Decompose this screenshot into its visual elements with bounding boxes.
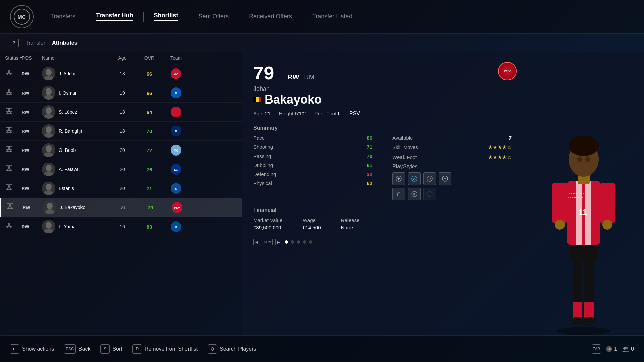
- scout-icon: [5, 107, 22, 117]
- stat-passing: Passing 70: [253, 153, 372, 159]
- player-pos: RW: [22, 110, 42, 115]
- sort-btn[interactable]: S Sort: [100, 344, 122, 354]
- z-key-badge: Z: [10, 39, 19, 47]
- player-avatar: [42, 67, 55, 80]
- player-age: 20: [109, 147, 136, 153]
- player-row[interactable]: RW L. Yamal 16 83 B: [0, 217, 241, 236]
- top-nav: MC Transfers Transfer Hub Shortlist Sent…: [0, 0, 644, 34]
- market-value-col: Market Value €39,500,000: [253, 217, 282, 230]
- detail-age: 21: [265, 111, 271, 116]
- player-avatar: [42, 163, 55, 176]
- player-ovr: 72: [136, 147, 163, 153]
- status-header-label: Status: [5, 55, 18, 61]
- player-pos: RW: [23, 205, 43, 210]
- list-header: Status POS Name Age OVR Team: [0, 52, 241, 64]
- playstyle-icon-6: [408, 188, 421, 200]
- back-label: Back: [78, 346, 91, 352]
- svg-text:I: I: [176, 111, 177, 114]
- playstyle-icon-5: [392, 188, 405, 200]
- q-key: Q: [208, 344, 217, 354]
- main-content: Status POS Name Age OVR Team RW: [0, 52, 644, 335]
- player-age: 20: [109, 167, 136, 172]
- back-btn[interactable]: ESC Back: [64, 344, 90, 354]
- detail-height: 5'10": [295, 111, 306, 116]
- player-name: S. López: [59, 109, 77, 115]
- svg-text:EINDHOVEN: EINDHOVEN: [568, 196, 584, 199]
- team-logo: LC: [170, 163, 182, 175]
- release-label: Release: [341, 217, 360, 223]
- svg-point-88: [46, 222, 52, 229]
- svg-rect-108: [552, 183, 568, 223]
- player-row[interactable]: RW S. López 18 64 I: [0, 103, 241, 122]
- height-label: Height 5'10": [279, 111, 306, 117]
- stat-skill-moves: Skill Moves ★★★★☆: [392, 144, 512, 150]
- svg-point-115: [577, 156, 582, 162]
- show-actions-btn[interactable]: ↵ Show actions: [10, 344, 54, 354]
- nav-transfers[interactable]: Transfers: [44, 13, 82, 20]
- nav-shortlist[interactable]: Shortlist: [147, 12, 185, 21]
- player-row[interactable]: RW I. Osman 19 66 B: [0, 83, 241, 103]
- weak-foot-label: Weak Foot: [392, 154, 417, 160]
- team-logo: I: [170, 106, 182, 118]
- shooting-label: Shooting: [253, 144, 273, 150]
- player-info: A. Fatawu: [42, 163, 109, 176]
- available-value: 7: [500, 135, 512, 141]
- player-row[interactable]: RW A. Fatawu 20 76 LC: [0, 160, 241, 179]
- team-logo: S: [170, 182, 182, 194]
- player-pos: RW: [22, 129, 42, 134]
- svg-text:PSV: PSV: [174, 206, 180, 209]
- player-row[interactable]: RW J. Addai 18 66 AZ: [0, 64, 241, 83]
- svg-rect-118: [584, 302, 594, 318]
- stat-physical: Physical 62: [253, 180, 372, 186]
- player-age: 16: [109, 224, 136, 229]
- release-value: None: [341, 225, 360, 230]
- svg-text:BRAINPORT: BRAINPORT: [569, 192, 584, 195]
- dribbling-label: Dribbling: [253, 162, 273, 168]
- player-info: L. Yamal: [42, 220, 109, 233]
- nav-received-offers[interactable]: Received Offers: [242, 13, 299, 20]
- playstyle-icon-2: [408, 172, 421, 185]
- detail-meta: Age: 21 Height 5'10" Pref. Foot L PSV: [253, 111, 512, 117]
- page-prev-btn[interactable]: ◀: [253, 239, 260, 245]
- svg-point-78: [47, 203, 53, 209]
- page-badge: ◀ 1: [606, 346, 617, 352]
- team-logo: AZ: [170, 68, 182, 80]
- playstyle-icons-row: ↗: [392, 172, 512, 185]
- player-info: J. Addai: [42, 67, 109, 80]
- svg-rect-43: [9, 146, 12, 150]
- defending-label: Defending: [253, 171, 276, 177]
- remove-shortlist-btn[interactable]: D Remove from Shortlist: [132, 344, 198, 354]
- bottom-bar: ↵ Show actions ESC Back S Sort D Remove …: [0, 335, 644, 362]
- player-ovr: 66: [136, 71, 163, 77]
- financial-section: Financial Market Value €39,500,000 Wage …: [253, 207, 512, 230]
- svg-rect-53: [9, 166, 12, 169]
- player-row[interactable]: RW J. Bakayoko 21 79 PSV: [0, 198, 241, 217]
- svg-point-116: [585, 156, 590, 162]
- player-info: I. Osman: [42, 86, 109, 100]
- d-key: D: [132, 344, 142, 354]
- player-row[interactable]: RW R. Bardghji 18 70 R: [0, 122, 241, 141]
- skill-moves-stars: ★★★★☆: [488, 144, 512, 150]
- svg-rect-103: [584, 255, 594, 308]
- svg-rect-42: [6, 146, 9, 150]
- player-row[interactable]: RW O. Bobb 20 72 MC: [0, 141, 241, 160]
- player-row[interactable]: RW Estanis 20 71 S: [0, 179, 241, 198]
- skill-moves-label: Skill Moves: [392, 144, 418, 150]
- player-info: R. Bardghji: [42, 124, 109, 138]
- detail-foot: L: [338, 111, 341, 116]
- release-col: Release None: [341, 217, 360, 230]
- svg-point-111: [602, 220, 612, 230]
- search-players-btn[interactable]: Q Search Players: [208, 344, 256, 354]
- page-next-btn[interactable]: ▶: [275, 239, 282, 245]
- age-label: Age: 21: [253, 111, 271, 117]
- people-icon: [622, 346, 629, 352]
- nav-transfer-hub[interactable]: Transfer Hub: [89, 12, 140, 21]
- show-actions-icon: ↵: [10, 344, 19, 354]
- player-ovr: 79: [137, 205, 164, 210]
- sub-attributes[interactable]: Attributes: [52, 40, 77, 46]
- sub-transfer[interactable]: Transfer: [25, 40, 45, 46]
- nav-transfer-listed[interactable]: Transfer Listed: [306, 13, 359, 20]
- page-num-1: 1: [614, 346, 617, 352]
- team-logo: PSV: [171, 201, 183, 214]
- nav-sent-offers[interactable]: Sent Offers: [192, 13, 235, 20]
